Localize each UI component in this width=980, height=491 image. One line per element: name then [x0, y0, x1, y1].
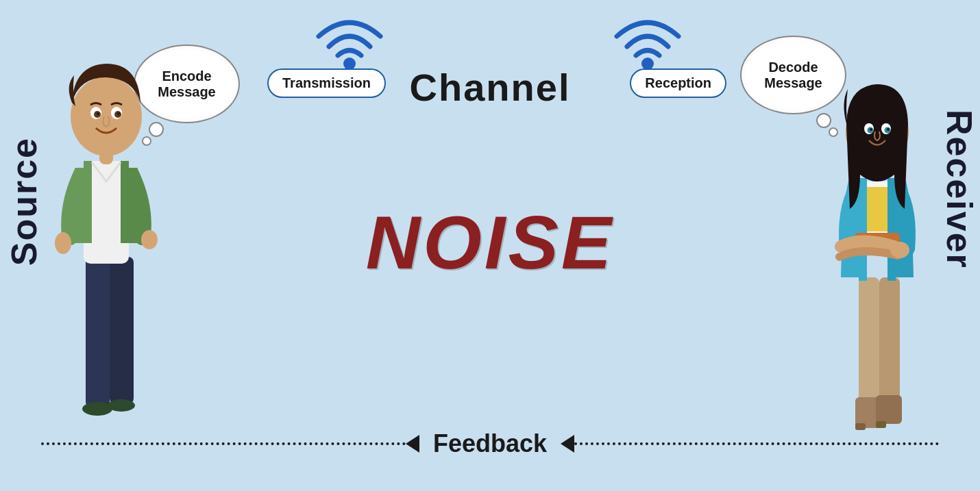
source-person	[27, 3, 185, 483]
svg-rect-2	[86, 257, 110, 407]
svg-rect-8	[121, 161, 129, 243]
wifi-signal-left	[312, 12, 387, 74]
svg-rect-19	[859, 277, 879, 414]
svg-point-17	[97, 112, 99, 115]
svg-rect-22	[876, 395, 902, 424]
svg-rect-20	[879, 277, 900, 411]
svg-point-10	[141, 230, 158, 249]
feedback-label: Feedback	[419, 429, 561, 458]
receiver-person	[798, 3, 956, 483]
feedback-section: Feedback	[41, 429, 939, 458]
svg-point-12	[71, 77, 142, 156]
svg-rect-7	[84, 161, 92, 243]
svg-point-38	[887, 128, 890, 131]
svg-rect-24	[876, 421, 886, 428]
communication-diagram: Source Receiver Channel NOISE EncodeMess…	[0, 0, 980, 491]
feedback-arrow-left	[406, 435, 419, 453]
feedback-dotted-right	[574, 442, 939, 445]
svg-point-5	[108, 399, 135, 412]
noise-label: NOISE	[366, 199, 614, 286]
wifi-signal-right	[610, 12, 685, 74]
svg-point-0	[343, 58, 356, 70]
feedback-arrow-right	[561, 435, 574, 453]
svg-point-18	[117, 112, 120, 115]
svg-rect-27	[859, 178, 867, 281]
channel-label: Channel	[410, 65, 571, 110]
svg-rect-3	[110, 257, 134, 404]
svg-point-1	[641, 58, 654, 70]
svg-rect-28	[887, 178, 896, 281]
feedback-dotted-left	[41, 442, 406, 445]
svg-point-30	[890, 242, 909, 258]
svg-point-4	[82, 402, 112, 416]
svg-point-37	[870, 128, 872, 131]
svg-point-9	[55, 232, 71, 254]
